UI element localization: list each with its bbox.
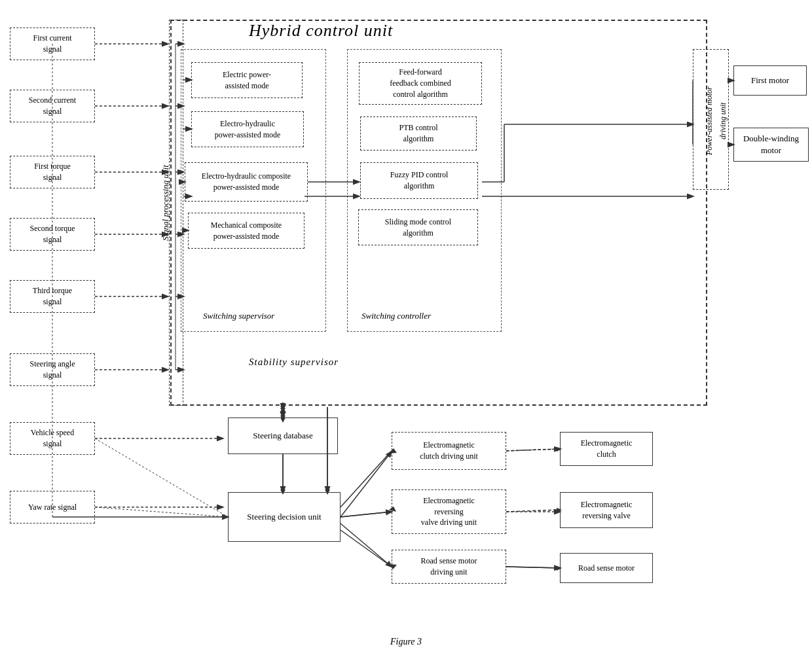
feedforward-feedback-box: Feed-forwardfeedback combinedcontrol alg… bbox=[359, 62, 482, 105]
electric-mode-box: Electric power-assisted mode bbox=[191, 62, 303, 98]
mechanical-composite-box: Mechanical compositepower-assisted mode bbox=[188, 213, 304, 249]
svg-line-44 bbox=[341, 451, 392, 507]
sliding-mode-box: Sliding mode controlalgorithm bbox=[358, 209, 478, 245]
double-winding-motor-box: Double-windingmotor bbox=[733, 128, 809, 162]
svg-line-30 bbox=[95, 438, 228, 517]
em-clutch-driving-box: Electromagneticclutch driving unit bbox=[392, 432, 506, 470]
svg-line-52 bbox=[506, 510, 560, 512]
electro-hydraulic-composite-box: Electro-hydraulic compositepower-assiste… bbox=[185, 162, 308, 202]
first-current-signal-box: First currentsignal bbox=[10, 27, 95, 60]
svg-line-48 bbox=[341, 530, 392, 567]
stability-supervisor-label: Stability supervisor bbox=[249, 357, 339, 368]
first-motor-box: First motor bbox=[733, 65, 807, 96]
pid-control-box: PTB controlalgorithm bbox=[360, 116, 477, 151]
signal-processing-border bbox=[169, 20, 183, 406]
fuzzy-pid-box: Fuzzy PID controlalgorithm bbox=[360, 162, 478, 199]
electromagnetic-reversing-valve-box: Electromagneticreversing valve bbox=[560, 492, 653, 528]
diagram-container: Hybrid control unit Switching supervisor… bbox=[0, 0, 812, 657]
svg-line-46 bbox=[341, 512, 392, 517]
em-reversing-driving-box: Electromagneticreversingvalve driving un… bbox=[392, 489, 506, 534]
electro-hydraulic-mode-box: Electro-hydraulicpower-assisted mode bbox=[191, 111, 304, 147]
switching-supervisor-label: Switching supervisor bbox=[203, 311, 274, 321]
figure-label: Figure 3 bbox=[390, 637, 422, 647]
svg-line-24 bbox=[341, 452, 392, 517]
second-current-signal-box: Second currentsignal bbox=[10, 90, 95, 122]
road-sense-motor-box: Road sense motor bbox=[560, 553, 653, 583]
svg-line-50 bbox=[506, 449, 560, 451]
svg-line-25 bbox=[341, 512, 392, 517]
svg-line-54 bbox=[506, 567, 560, 568]
electromagnetic-clutch-box: Electromagneticclutch bbox=[560, 432, 653, 466]
steering-angle-signal-box: Steering anglesignal bbox=[10, 353, 95, 386]
driving-unit-label: driving unit bbox=[718, 52, 730, 190]
road-sense-driving-box: Road sense motordriving unit bbox=[392, 550, 506, 584]
third-torque-signal-box: Third torquesignal bbox=[10, 280, 95, 313]
vehicle-speed-signal-box: Vehicle speedsignal bbox=[10, 422, 95, 455]
power-assisted-label: Power-assisted motor bbox=[705, 52, 716, 190]
svg-line-27 bbox=[506, 449, 560, 451]
first-torque-signal-box: First torquesignal bbox=[10, 156, 95, 188]
steering-decision-unit-box: Steering decision unit bbox=[228, 492, 341, 542]
yaw-rate-signal-box: Yaw rate signal bbox=[10, 491, 95, 524]
switching-controller-label: Switching controller bbox=[361, 311, 431, 321]
steering-database-box: Steering database bbox=[228, 417, 338, 454]
svg-line-29 bbox=[506, 567, 560, 568]
svg-line-26 bbox=[341, 524, 392, 567]
svg-line-31 bbox=[95, 507, 228, 517]
second-torque-signal-box: Second torquesignal bbox=[10, 218, 95, 251]
